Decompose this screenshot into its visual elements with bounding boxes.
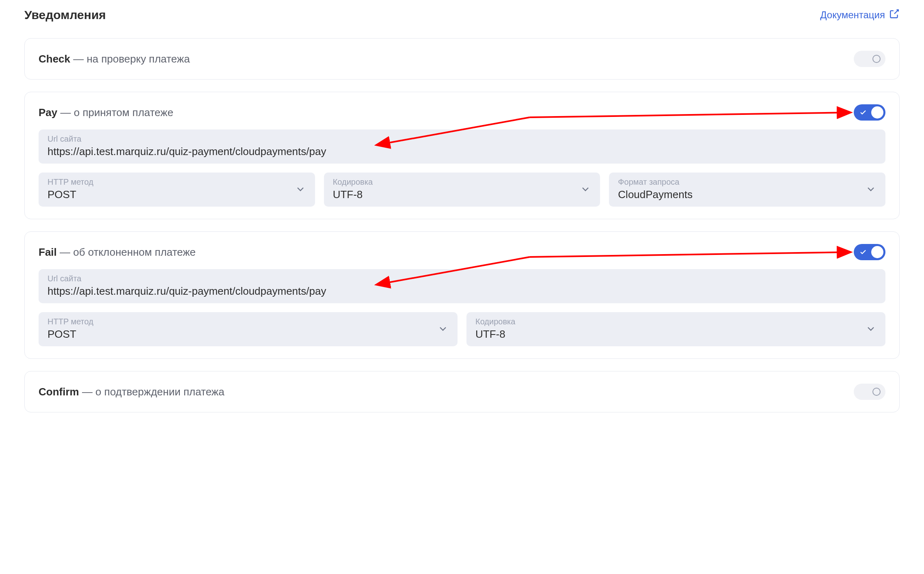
pay-card: Pay — о принятом платеже Url сайта https… [24,92,900,219]
fail-encoding-label: Кодировка [475,317,865,326]
check-icon [859,248,867,256]
pay-card-header: Pay — о принятом платеже [39,104,885,121]
pay-http-method-label: HTTP метод [47,177,295,187]
check-card-header: Check — на проверку платежа [39,51,885,67]
fail-encoding-select[interactable]: Кодировка UTF-8 [466,312,885,346]
toggle-knob [871,106,883,119]
fail-options-row: HTTP метод POST Кодировка UTF-8 [39,312,885,346]
fail-card-header: Fail — об отклоненном платеже [39,244,885,260]
confirm-toggle[interactable] [854,384,885,400]
documentation-link-label: Документация [820,9,885,21]
check-card: Check — на проверку платежа [24,38,900,80]
chevron-down-icon [865,323,877,334]
fail-card: Fail — об отклоненном платеже Url сайта … [24,231,900,359]
pay-request-format-label: Формат запроса [618,177,865,187]
fail-http-method-label: HTTP метод [47,317,437,326]
fail-card-title: Fail — об отклоненном платеже [39,246,196,259]
chevron-down-icon [437,323,449,334]
fail-url-field[interactable]: Url сайта https://api.test.marquiz.ru/qu… [39,269,885,303]
fail-name: Fail [39,246,57,258]
pay-name: Pay [39,106,57,119]
pay-card-title: Pay — о принятом платеже [39,106,173,119]
fail-url-value: https://api.test.marquiz.ru/quiz-payment… [47,285,877,298]
chevron-down-icon [580,183,591,195]
pay-encoding-select[interactable]: Кодировка UTF-8 [324,173,600,207]
pay-url-label: Url сайта [47,134,877,144]
pay-http-method-value: POST [47,188,295,201]
toggle-knob [871,246,883,258]
confirm-desc: — о подтверждении платежа [79,386,225,398]
fail-http-method-value: POST [47,328,437,341]
check-desc: — на проверку платежа [70,53,190,65]
check-name: Check [39,53,70,65]
pay-options-row: HTTP метод POST Кодировка UTF-8 Формат з… [39,173,885,207]
chevron-down-icon [865,183,877,195]
pay-url-field[interactable]: Url сайта https://api.test.marquiz.ru/qu… [39,129,885,164]
page-header: Уведомления Документация [24,8,900,22]
confirm-card-title: Confirm — о подтверждении платежа [39,386,225,398]
confirm-card-header: Confirm — о подтверждении платежа [39,384,885,400]
external-link-icon [889,9,900,22]
confirm-card: Confirm — о подтверждении платежа [24,371,900,412]
fail-url-label: Url сайта [47,274,877,283]
pay-http-method-select[interactable]: HTTP метод POST [39,173,315,207]
fail-http-method-select[interactable]: HTTP метод POST [39,312,458,346]
pay-request-format-value: CloudPayments [618,188,865,201]
chevron-down-icon [295,183,306,195]
pay-desc: — о принятом платеже [57,106,173,119]
page-title: Уведомления [24,8,106,22]
fail-toggle[interactable] [854,244,885,260]
pay-request-format-select[interactable]: Формат запроса CloudPayments [609,173,885,207]
check-card-title: Check — на проверку платежа [39,53,190,65]
confirm-name: Confirm [39,386,79,398]
fail-encoding-value: UTF-8 [475,328,865,341]
documentation-link[interactable]: Документация [820,9,900,22]
check-icon [859,109,867,116]
pay-url-value: https://api.test.marquiz.ru/quiz-payment… [47,145,877,158]
fail-desc: — об отклоненном платеже [57,246,196,258]
check-toggle[interactable] [854,51,885,67]
pay-encoding-value: UTF-8 [333,188,580,201]
pay-toggle[interactable] [854,104,885,121]
pay-encoding-label: Кодировка [333,177,580,187]
